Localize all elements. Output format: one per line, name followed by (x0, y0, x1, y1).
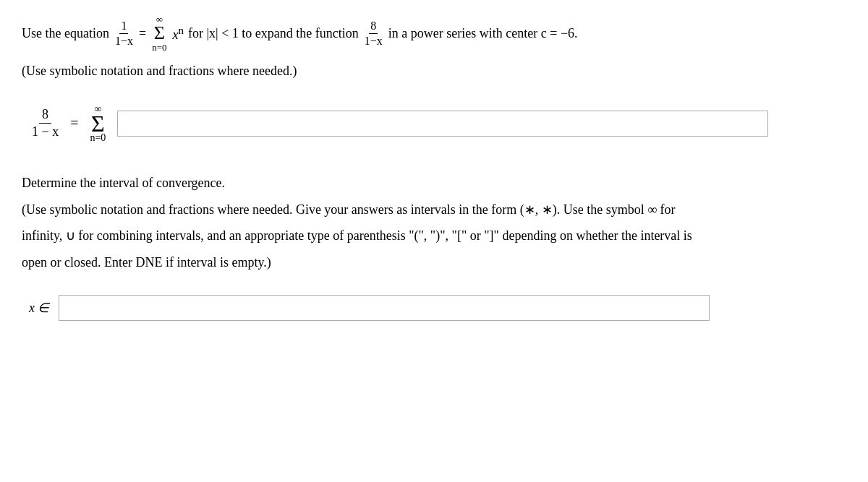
intro-text: Use the equation (22, 23, 109, 44)
header-sigma: ∞ Σ n=0 (152, 14, 166, 52)
determine-section: Determine the interval of convergence. (… (22, 173, 846, 273)
series-term: xn (173, 22, 184, 46)
interval-label: x ∈ (29, 300, 50, 316)
tail-text: in a power series with center c = −6. (388, 23, 578, 44)
hint2-line2: infinity, ∪ for combining intervals, and… (22, 225, 846, 246)
equation-fraction-1: 1 1−x (114, 19, 135, 47)
problem-statement: Use the equation 1 1−x = ∞ Σ n=0 xn for … (22, 14, 846, 52)
notation-hint-1: (Use symbolic notation and fractions whe… (22, 61, 846, 82)
series-input[interactable] (117, 111, 768, 137)
interval-row: x ∈ (29, 295, 846, 321)
hint2-line1: (Use symbolic notation and fractions whe… (22, 199, 846, 220)
condition-text: for |x| < 1 to expand the function (188, 23, 359, 44)
equation-fraction-2: 8 1−x (363, 19, 384, 47)
sum-equals: = (70, 115, 78, 132)
sum-fraction: 8 1 − x (29, 107, 61, 139)
answer-sigma: ∞ Σ n=0 (90, 103, 106, 144)
series-answer-row: 8 1 − x = ∞ Σ n=0 (29, 103, 846, 144)
determine-label: Determine the interval of convergence. (22, 173, 846, 194)
equals-header: = (139, 23, 146, 44)
hint2-line3: open or closed. Enter DNE if interval is… (22, 252, 846, 273)
interval-input[interactable] (59, 295, 710, 321)
